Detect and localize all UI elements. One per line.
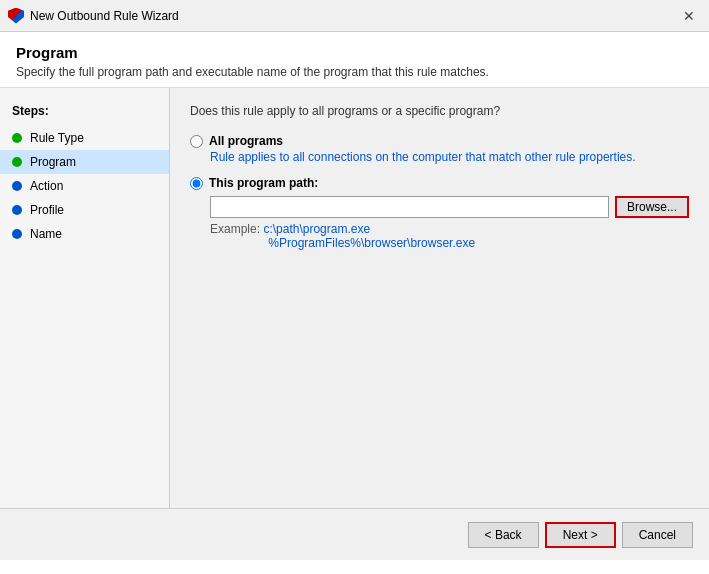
sidebar-item-profile[interactable]: Profile bbox=[0, 198, 169, 222]
example-path-1: c:\path\program.exe bbox=[263, 222, 370, 236]
close-button[interactable]: ✕ bbox=[677, 6, 701, 26]
sidebar-item-action[interactable]: Action bbox=[0, 174, 169, 198]
dialog-footer: < Back Next > Cancel bbox=[0, 508, 709, 560]
steps-label: Steps: bbox=[0, 104, 169, 126]
step-label-action: Action bbox=[30, 179, 63, 193]
sidebar-item-name[interactable]: Name bbox=[0, 222, 169, 246]
path-input-row: Browse... bbox=[210, 196, 689, 218]
sidebar-item-rule-type[interactable]: Rule Type bbox=[0, 126, 169, 150]
dialog-body: Steps: Rule Type Program Action Profile … bbox=[0, 88, 709, 508]
example-label: Example: bbox=[210, 222, 260, 236]
page-heading: Program bbox=[16, 44, 693, 61]
main-panel: Does this rule apply to all programs or … bbox=[170, 88, 709, 508]
steps-panel: Steps: Rule Type Program Action Profile … bbox=[0, 88, 170, 508]
title-bar: New Outbound Rule Wizard ✕ bbox=[0, 0, 709, 32]
title-bar-text: New Outbound Rule Wizard bbox=[30, 9, 677, 23]
dot-name bbox=[12, 229, 22, 239]
step-label-name: Name bbox=[30, 227, 62, 241]
program-path-input[interactable] bbox=[210, 196, 609, 218]
step-label-profile: Profile bbox=[30, 203, 64, 217]
back-button[interactable]: < Back bbox=[468, 522, 539, 548]
all-programs-radio[interactable] bbox=[190, 135, 203, 148]
dot-rule-type bbox=[12, 133, 22, 143]
dot-profile bbox=[12, 205, 22, 215]
page-description: Specify the full program path and execut… bbox=[16, 65, 693, 79]
sidebar-item-program[interactable]: Program bbox=[0, 150, 169, 174]
dot-program bbox=[12, 157, 22, 167]
app-icon bbox=[8, 8, 24, 24]
this-program-label[interactable]: This program path: bbox=[209, 176, 318, 190]
this-program-radio[interactable] bbox=[190, 177, 203, 190]
example-block: Example: c:\path\program.exe %ProgramFil… bbox=[210, 222, 689, 250]
example-path-2: %ProgramFiles%\browser\browser.exe bbox=[268, 236, 475, 250]
question-text: Does this rule apply to all programs or … bbox=[190, 104, 689, 118]
next-button[interactable]: Next > bbox=[545, 522, 616, 548]
cancel-button[interactable]: Cancel bbox=[622, 522, 693, 548]
step-label-program: Program bbox=[30, 155, 76, 169]
dialog-header: Program Specify the full program path an… bbox=[0, 32, 709, 88]
all-programs-option: All programs Rule applies to all connect… bbox=[190, 134, 689, 164]
dot-action bbox=[12, 181, 22, 191]
all-programs-label[interactable]: All programs bbox=[209, 134, 283, 148]
browse-button[interactable]: Browse... bbox=[615, 196, 689, 218]
all-programs-description: Rule applies to all connections on the c… bbox=[210, 150, 689, 164]
program-path-section: This program path: Browse... Example: c:… bbox=[190, 176, 689, 250]
step-label-rule-type: Rule Type bbox=[30, 131, 84, 145]
